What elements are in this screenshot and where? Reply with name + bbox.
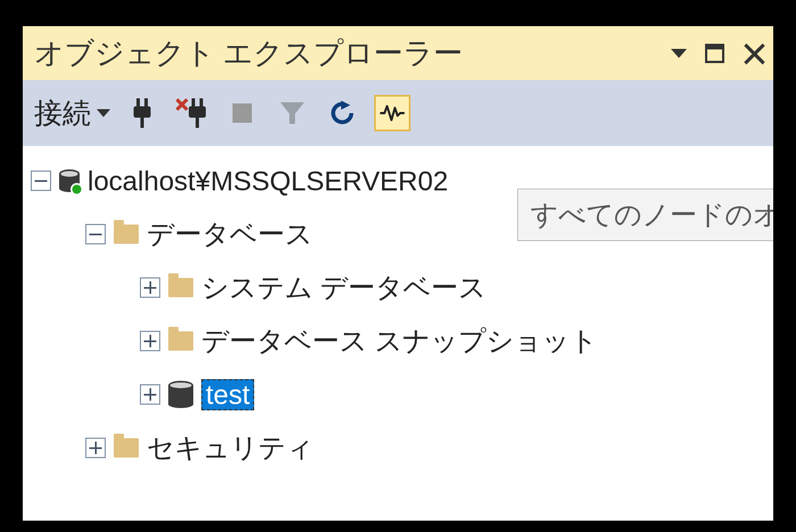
svg-rect-7	[200, 98, 203, 107]
close-icon[interactable]	[743, 42, 765, 65]
expand-toggle[interactable]	[85, 438, 106, 458]
svg-rect-6	[192, 98, 195, 107]
activity-monitor-button[interactable]	[374, 95, 411, 131]
folder-icon	[114, 438, 139, 458]
filter-button[interactable]	[274, 95, 310, 131]
collapse-toggle[interactable]	[31, 171, 51, 191]
dropdown-arrow-icon	[97, 109, 110, 117]
server-label: localhost¥MSSQLSERVER02	[88, 165, 448, 197]
svg-marker-11	[341, 101, 350, 110]
expand-toggle[interactable]	[140, 384, 160, 405]
app-frame: オブジェクト エクスプローラー 接続	[0, 0, 796, 532]
system-db-label: システム データベース	[201, 269, 486, 306]
plug-icon	[130, 98, 155, 128]
filter-funnel-icon	[279, 100, 305, 126]
disconnect-plug-icon	[176, 98, 209, 128]
svg-rect-8	[189, 106, 206, 118]
security-label: セキュリティ	[147, 430, 314, 466]
tree-node-system-databases[interactable]: システム データベース	[31, 261, 773, 314]
svg-rect-2	[134, 106, 151, 118]
expand-toggle[interactable]	[140, 331, 160, 351]
titlebar: オブジェクト エクスプローラー	[23, 26, 773, 80]
refresh-button[interactable]	[324, 95, 360, 131]
toolbar: 接続	[23, 80, 773, 146]
databases-label: データベース	[147, 216, 313, 252]
refresh-icon	[329, 99, 356, 127]
activity-monitor-icon	[379, 101, 405, 126]
server-icon	[59, 169, 80, 192]
panel-title: オブジェクト エクスプローラー	[34, 34, 463, 73]
maximize-icon[interactable]	[705, 44, 724, 63]
connect-dropdown[interactable]: 接続	[34, 94, 110, 132]
selected-db-label: test	[201, 379, 254, 410]
tree-node-security[interactable]: セキュリティ	[31, 421, 773, 475]
collapse-toggle[interactable]	[85, 224, 106, 244]
stop-button	[224, 95, 260, 131]
tree-node-db-snapshots[interactable]: データベース スナップショット	[31, 314, 773, 368]
window-menu-dropdown-icon[interactable]	[671, 49, 687, 58]
stop-square-icon	[233, 103, 252, 123]
connect-label: 接続	[34, 94, 91, 132]
tooltip-text: すべてのノードのオ	[530, 197, 773, 233]
server-online-indicator-icon	[71, 183, 83, 196]
svg-rect-0	[136, 98, 140, 107]
connect-button[interactable]	[124, 95, 160, 131]
db-snapshots-label: データベース スナップショット	[201, 323, 598, 359]
object-explorer-pane: オブジェクト エクスプローラー 接続	[23, 26, 773, 521]
svg-rect-1	[144, 98, 148, 107]
folder-icon	[168, 331, 193, 351]
folder-icon	[168, 278, 193, 297]
window-controls	[671, 42, 765, 65]
expand-toggle[interactable]	[140, 277, 160, 298]
tree-node-test-db[interactable]: test	[31, 368, 773, 421]
folder-icon	[114, 225, 139, 244]
database-icon	[168, 381, 193, 408]
tooltip: すべてのノードのオ	[517, 189, 773, 241]
svg-marker-10	[280, 102, 304, 124]
svg-rect-3	[140, 117, 144, 128]
disconnect-button[interactable]	[174, 95, 210, 131]
svg-rect-9	[196, 117, 199, 128]
